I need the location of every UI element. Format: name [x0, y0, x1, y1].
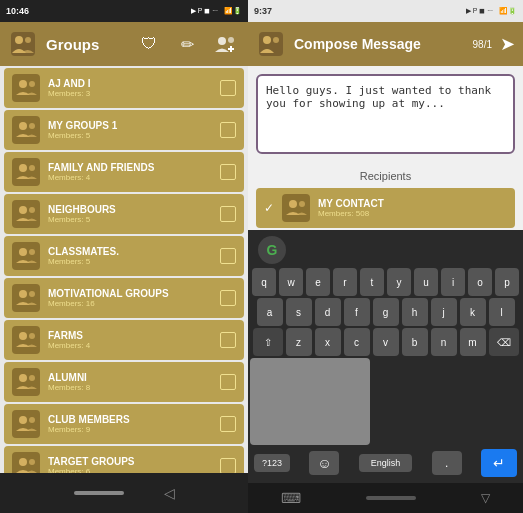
group-item[interactable]: CLUB MEMBERS Members: 9	[4, 404, 244, 444]
key-d[interactable]: d	[315, 298, 341, 326]
shield-icon[interactable]: 🛡	[134, 29, 164, 59]
send-icon[interactable]: ➤	[500, 33, 515, 55]
key-p[interactable]: p	[495, 268, 519, 296]
key-s[interactable]: s	[286, 298, 312, 326]
group-item[interactable]: MOTIVATIONAL GROUPS Members: 16	[4, 278, 244, 318]
key-x[interactable]: x	[315, 328, 341, 356]
group-name: CLUB MEMBERS	[48, 414, 212, 425]
group-info: NEIGHBOURS Members: 5	[48, 204, 212, 224]
key-e[interactable]: e	[306, 268, 330, 296]
enter-key[interactable]: ↵	[481, 449, 517, 477]
back-icon-right[interactable]: ▽	[481, 491, 490, 505]
emoji-key[interactable]: ☺	[309, 451, 339, 475]
key-t[interactable]: t	[360, 268, 384, 296]
right-panel: 9:37 ▶ P ◼ ··· 📶🔋 Compose Message 98/1 ➤…	[248, 0, 523, 513]
group-item[interactable]: FAMILY AND FRIENDS Members: 4	[4, 152, 244, 192]
key-u[interactable]: u	[414, 268, 438, 296]
key-r[interactable]: r	[333, 268, 357, 296]
group-info: FAMILY AND FRIENDS Members: 4	[48, 162, 212, 182]
grammarly-icon[interactable]: G	[258, 236, 286, 264]
key-g[interactable]: g	[373, 298, 399, 326]
group-checkbox[interactable]	[220, 164, 236, 180]
lang-key[interactable]: English	[359, 454, 413, 472]
key-z[interactable]: z	[286, 328, 312, 356]
group-checkbox[interactable]	[220, 122, 236, 138]
group-checkbox[interactable]	[220, 206, 236, 222]
group-checkbox[interactable]	[220, 290, 236, 306]
group-avatar-icon	[12, 452, 40, 473]
recipient-item[interactable]: ✓ MY CONTACT Members: 508	[256, 188, 515, 228]
group-members: Members: 4	[48, 341, 212, 350]
key-f[interactable]: f	[344, 298, 370, 326]
group-name: CLASSMATES.	[48, 246, 212, 257]
group-checkbox[interactable]	[220, 416, 236, 432]
group-checkbox[interactable]	[220, 374, 236, 390]
key-n[interactable]: n	[431, 328, 457, 356]
group-info: AJ AND I Members: 3	[48, 78, 212, 98]
group-item[interactable]: ALUMNI Members: 8	[4, 362, 244, 402]
svg-point-10	[29, 123, 35, 129]
key-h[interactable]: h	[402, 298, 428, 326]
group-avatar-icon	[12, 200, 40, 228]
group-item[interactable]: TARGET GROUPS Members: 6	[4, 446, 244, 473]
group-checkbox[interactable]	[220, 80, 236, 96]
dot-key[interactable]: .	[432, 451, 462, 475]
back-icon-left[interactable]: ◁	[164, 485, 175, 501]
svg-point-20	[29, 333, 35, 339]
key-y[interactable]: y	[387, 268, 411, 296]
svg-point-25	[19, 458, 27, 466]
svg-point-30	[263, 36, 271, 44]
svg-point-15	[19, 248, 27, 256]
groups-avatar-icon	[8, 29, 38, 59]
group-checkbox[interactable]	[220, 248, 236, 264]
message-input[interactable]: Hello guys. I just wanted to thank you f…	[256, 74, 515, 154]
key-i[interactable]: i	[441, 268, 465, 296]
svg-point-4	[228, 37, 234, 43]
group-checkbox[interactable]	[220, 458, 236, 473]
group-members: Members: 6	[48, 467, 212, 473]
group-item[interactable]: CLASSMATES. Members: 5	[4, 236, 244, 276]
svg-point-13	[19, 206, 27, 214]
groups-list: AJ AND I Members: 3 MY GROUPS 1 Members:…	[0, 66, 248, 473]
group-members: Members: 4	[48, 173, 212, 182]
shift-key[interactable]: ⇧	[253, 328, 283, 356]
key-a[interactable]: a	[257, 298, 283, 326]
num-key[interactable]: ?123	[254, 454, 290, 472]
group-item[interactable]: FARMS Members: 4	[4, 320, 244, 360]
key-c[interactable]: c	[344, 328, 370, 356]
key-m[interactable]: m	[460, 328, 486, 356]
svg-point-26	[29, 459, 35, 465]
group-members: Members: 5	[48, 257, 212, 266]
key-k[interactable]: k	[460, 298, 486, 326]
key-l[interactable]: l	[489, 298, 515, 326]
key-w[interactable]: w	[279, 268, 303, 296]
group-avatar-icon	[12, 74, 40, 102]
svg-point-21	[19, 374, 27, 382]
keyboard-icon[interactable]: ⌨	[281, 490, 301, 506]
group-checkbox[interactable]	[220, 332, 236, 348]
group-item[interactable]: NEIGHBOURS Members: 5	[4, 194, 244, 234]
key-b[interactable]: b	[402, 328, 428, 356]
compose-area: Hello guys. I just wanted to thank you f…	[248, 66, 523, 166]
group-info: MOTIVATIONAL GROUPS Members: 16	[48, 288, 212, 308]
keyboard: G qwertyuiop asdfghjkl ⇧zxcvbnm⌫ ?123 ☺ …	[248, 230, 523, 483]
group-info: CLASSMATES. Members: 5	[48, 246, 212, 266]
time-left: 10:46	[6, 6, 29, 16]
group-info: ALUMNI Members: 8	[48, 372, 212, 392]
svg-point-33	[299, 201, 305, 207]
group-item[interactable]: AJ AND I Members: 3	[4, 68, 244, 108]
group-info: MY GROUPS 1 Members: 5	[48, 120, 212, 140]
add-group-icon[interactable]	[210, 29, 240, 59]
key-q[interactable]: q	[252, 268, 276, 296]
svg-point-14	[29, 207, 35, 213]
group-item[interactable]: MY GROUPS 1 Members: 5	[4, 110, 244, 150]
key-j[interactable]: j	[431, 298, 457, 326]
edit-icon[interactable]: ✏	[172, 29, 202, 59]
space-key[interactable]	[250, 358, 370, 445]
key-v[interactable]: v	[373, 328, 399, 356]
svg-point-18	[29, 291, 35, 297]
group-avatar-icon	[12, 116, 40, 144]
key-o[interactable]: o	[468, 268, 492, 296]
keyboard-top: G	[250, 234, 521, 266]
delete-key[interactable]: ⌫	[489, 328, 519, 356]
